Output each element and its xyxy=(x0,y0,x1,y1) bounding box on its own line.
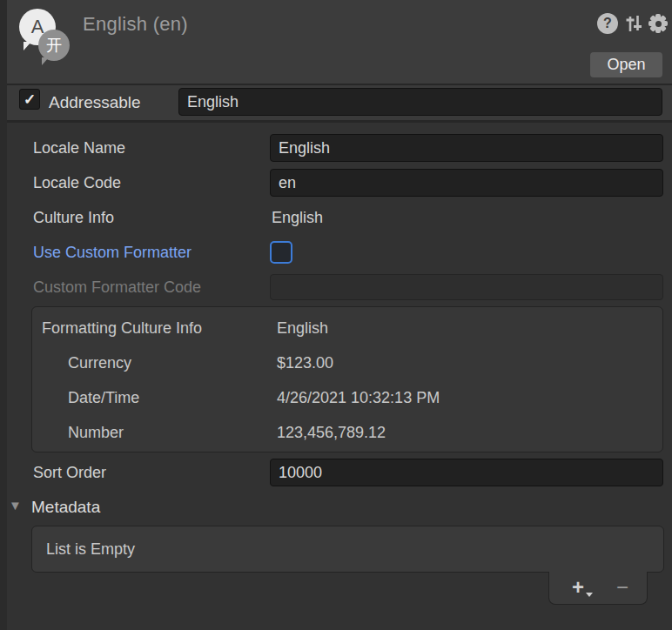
locale-icon-letter-cjk: 开 xyxy=(46,35,62,56)
addressable-name-input[interactable] xyxy=(178,88,662,116)
culture-info-value: English xyxy=(272,204,323,231)
plus-icon: + xyxy=(572,575,584,600)
custom-formatter-code-input xyxy=(270,274,663,300)
asset-title: English (en) xyxy=(83,13,188,36)
locale-name-input[interactable] xyxy=(270,134,663,162)
locale-code-input[interactable] xyxy=(270,169,663,197)
section-divider xyxy=(0,120,672,123)
remove-metadata-button[interactable]: − xyxy=(603,572,642,603)
list-empty-text: List is Empty xyxy=(46,526,135,572)
open-button-label: Open xyxy=(607,56,645,74)
help-icon[interactable]: ? xyxy=(597,13,618,34)
left-gutter xyxy=(0,0,7,630)
currency-label: Currency xyxy=(68,352,131,374)
speech-bubble-kai-icon: 开 xyxy=(38,30,70,61)
metadata-list-footer: + − xyxy=(548,572,648,605)
use-custom-formatter-label: Use Custom Formatter xyxy=(33,238,192,266)
add-metadata-button[interactable]: + xyxy=(556,572,600,603)
settings-gear-icon[interactable] xyxy=(648,14,668,33)
inspector-header: A 开 English (en) ? Open xyxy=(0,0,672,84)
addressable-label: Addressable xyxy=(49,85,141,120)
formatting-culture-info-label: Formatting Culture Info xyxy=(42,317,202,339)
sort-order-label: Sort Order xyxy=(33,459,106,486)
inspector-window: A 开 English (en) ? Open xyxy=(0,0,672,630)
custom-formatter-code-label: Custom Formatter Code xyxy=(33,273,201,301)
datetime-label: Date/Time xyxy=(68,386,139,409)
help-glyph: ? xyxy=(603,16,612,31)
checkmark-icon: ✓ xyxy=(24,90,36,109)
metadata-list: List is Empty xyxy=(31,526,664,573)
addressable-checkbox[interactable]: ✓ xyxy=(19,89,40,110)
open-button[interactable]: Open xyxy=(590,52,662,77)
foldout-arrow-icon[interactable]: ▼ xyxy=(9,498,22,513)
locale-asset-icon: A 开 xyxy=(12,5,70,61)
culture-info-label: Culture Info xyxy=(33,204,114,231)
locale-name-label: Locale Name xyxy=(33,134,125,162)
sort-order-input[interactable] xyxy=(270,459,663,486)
use-custom-formatter-checkbox[interactable] xyxy=(270,241,292,264)
metadata-foldout-label[interactable]: Metadata xyxy=(31,496,100,519)
minus-icon: − xyxy=(616,575,628,600)
add-dropdown-caret-icon xyxy=(586,593,593,597)
number-label: Number xyxy=(68,421,124,444)
number-value: 123,456,789.12 xyxy=(277,421,386,444)
currency-value: $123.00 xyxy=(277,352,333,374)
presets-icon[interactable] xyxy=(623,13,644,34)
datetime-value: 4/26/2021 10:32:13 PM xyxy=(277,386,440,409)
locale-code-label: Locale Code xyxy=(33,169,121,197)
formatting-culture-info-value: English xyxy=(277,317,328,339)
